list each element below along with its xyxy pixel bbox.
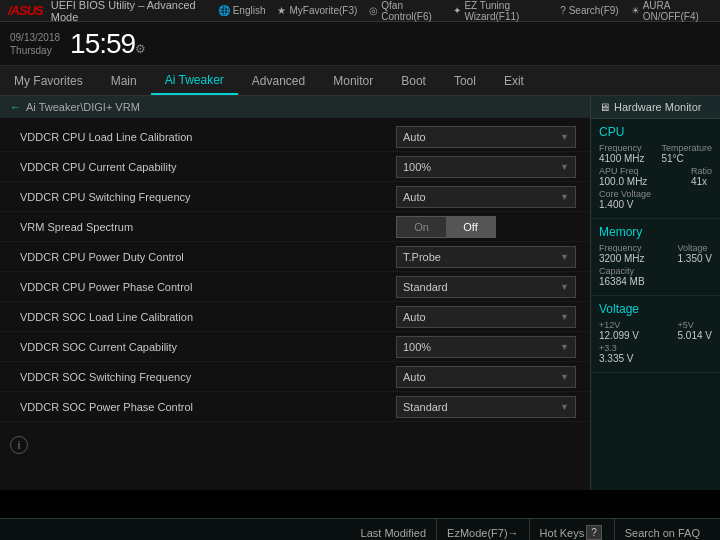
setting-label-7: VDDCR SOC Current Capability	[20, 341, 396, 353]
nav-ai-tweaker[interactable]: Ai Tweaker	[151, 66, 238, 95]
main-content: ← Ai Tweaker\DIGI+ VRM VDDCR CPU Load Li…	[0, 96, 720, 490]
hw-value-capacity: 16384 MB	[599, 276, 645, 287]
dropdown-arrow-8: ▼	[560, 372, 569, 382]
dropdown-9[interactable]: Standard ▼	[396, 396, 576, 418]
hw-section-title-memory: Memory	[599, 223, 712, 239]
dropdown-arrow-9: ▼	[560, 402, 569, 412]
top-bar-eztuning[interactable]: ✦ EZ Tuning Wizard(F11)	[453, 0, 548, 22]
toggle-on-3[interactable]: On	[397, 217, 446, 237]
search-icon: ?	[560, 5, 566, 16]
hw-value-freq: 4100 MHz	[599, 153, 645, 164]
setting-control-2: Auto ▼	[396, 186, 576, 208]
wand-icon: ✦	[453, 5, 461, 16]
setting-control-5: Standard ▼	[396, 276, 576, 298]
hw-row-cpu-0: Frequency 4100 MHz Temperature 51°C	[599, 143, 712, 164]
hw-row-cpu-1: APU Freq 100.0 MHz Ratio 41x	[599, 166, 712, 187]
nav-monitor[interactable]: Monitor	[319, 66, 387, 95]
setting-row-vddcr-soc-load: VDDCR SOC Load Line Calibration Auto ▼	[0, 302, 590, 332]
dropdown-arrow-1: ▼	[560, 162, 569, 172]
setting-row-vddcr-cpu-switching: VDDCR CPU Switching Frequency Auto ▼	[0, 182, 590, 212]
nav-bar: My Favorites Main Ai Tweaker Advanced Mo…	[0, 66, 720, 96]
hw-monitor-title: 🖥 Hardware Monitor	[591, 96, 720, 119]
setting-label-2: VDDCR CPU Switching Frequency	[20, 191, 396, 203]
hw-label-memvolt: Voltage	[678, 243, 712, 253]
hw-section-cpu: CPU Frequency 4100 MHz Temperature 51°C …	[591, 119, 720, 219]
asus-logo: /ASUS	[8, 3, 43, 18]
nav-main[interactable]: Main	[97, 66, 151, 95]
setting-label-1: VDDCR CPU Current Capability	[20, 161, 396, 173]
nav-advanced[interactable]: Advanced	[238, 66, 319, 95]
dropdown-1[interactable]: 100% ▼	[396, 156, 576, 178]
toggle-off-3[interactable]: Off	[446, 217, 495, 237]
setting-control-8: Auto ▼	[396, 366, 576, 388]
right-panel: 🖥 Hardware Monitor CPU Frequency 4100 MH…	[590, 96, 720, 490]
dropdown-arrow-5: ▼	[560, 282, 569, 292]
setting-label-5: VDDCR CPU Power Phase Control	[20, 281, 396, 293]
setting-row-vddcr-cpu-phase: VDDCR CPU Power Phase Control Standard ▼	[0, 272, 590, 302]
bottom-search-faq[interactable]: Search on FAQ	[615, 519, 710, 540]
setting-label-3: VRM Spread Spectrum	[20, 221, 396, 233]
info-button[interactable]: i	[10, 436, 28, 454]
top-bar-myfavorite[interactable]: ★ MyFavorite(F3)	[277, 0, 357, 22]
day-value: Thursday	[10, 44, 60, 57]
dropdown-5[interactable]: Standard ▼	[396, 276, 576, 298]
hw-value-memfreq: 3200 MHz	[599, 253, 645, 264]
dropdown-4[interactable]: T.Probe ▼	[396, 246, 576, 268]
date-section: 09/13/2018 Thursday	[10, 31, 60, 57]
bottom-hotkeys[interactable]: Hot Keys ?	[530, 519, 615, 540]
nav-boot[interactable]: Boot	[387, 66, 440, 95]
top-bar-qfan[interactable]: ◎ Qfan Control(F6)	[369, 0, 441, 22]
dropdown-0[interactable]: Auto ▼	[396, 126, 576, 148]
breadcrumb: ← Ai Tweaker\DIGI+ VRM	[0, 96, 590, 118]
dropdown-8[interactable]: Auto ▼	[396, 366, 576, 388]
top-bar-english[interactable]: 🌐 English	[218, 0, 266, 22]
setting-control-4: T.Probe ▼	[396, 246, 576, 268]
hw-label-freq: Frequency	[599, 143, 645, 153]
setting-control-6: Auto ▼	[396, 306, 576, 328]
dropdown-arrow-2: ▼	[560, 192, 569, 202]
setting-control-7: 100% ▼	[396, 336, 576, 358]
nav-exit[interactable]: Exit	[490, 66, 538, 95]
setting-control-9: Standard ▼	[396, 396, 576, 418]
hw-value-5v: 5.014 V	[678, 330, 712, 341]
gear-icon[interactable]: ⚙	[135, 42, 145, 56]
hw-section-voltage: Voltage +12V 12.099 V +5V 5.014 V +3.3 3…	[591, 296, 720, 373]
setting-row-vddcr-cpu-load: VDDCR CPU Load Line Calibration Auto ▼	[0, 122, 590, 152]
dropdown-arrow-0: ▼	[560, 132, 569, 142]
setting-row-vddcr-soc-phase: VDDCR SOC Power Phase Control Standard ▼	[0, 392, 590, 422]
bios-title: UEFI BIOS Utility – Advanced Mode	[51, 0, 210, 23]
dropdown-arrow-6: ▼	[560, 312, 569, 322]
left-panel: ← Ai Tweaker\DIGI+ VRM VDDCR CPU Load Li…	[0, 96, 590, 490]
fan-icon: ◎	[369, 5, 378, 16]
hw-value-corevolt: 1.400 V	[599, 199, 651, 210]
setting-control-3: On Off	[396, 216, 576, 238]
setting-label-8: VDDCR SOC Switching Frequency	[20, 371, 396, 383]
bottom-ezmode[interactable]: EzMode(F7)→	[437, 519, 530, 540]
setting-row-vddcr-cpu-duty: VDDCR CPU Power Duty Control T.Probe ▼	[0, 242, 590, 272]
hw-section-title-cpu: CPU	[599, 123, 712, 139]
nav-tool[interactable]: Tool	[440, 66, 490, 95]
top-bar-search[interactable]: ? Search(F9)	[560, 0, 619, 22]
dropdown-2[interactable]: Auto ▼	[396, 186, 576, 208]
setting-label-4: VDDCR CPU Power Duty Control	[20, 251, 396, 263]
bottom-last-modified: Last Modified	[351, 519, 437, 540]
hw-label-5v: +5V	[678, 320, 712, 330]
hw-value-temp: 51°C	[661, 153, 712, 164]
date-value: 09/13/2018	[10, 31, 60, 44]
hw-label-apufreq: APU Freq	[599, 166, 647, 176]
back-arrow[interactable]: ←	[10, 101, 21, 113]
top-bar-aura[interactable]: ☀ AURA ON/OFF(F4)	[631, 0, 712, 22]
dropdown-arrow-4: ▼	[560, 252, 569, 262]
dropdown-7[interactable]: 100% ▼	[396, 336, 576, 358]
time-bar: 09/13/2018 Thursday 15:59⚙	[0, 22, 720, 66]
hw-value-33v: 3.335 V	[599, 353, 633, 364]
settings-list: VDDCR CPU Load Line Calibration Auto ▼ V…	[0, 118, 590, 426]
hw-label-corevolt: Core Voltage	[599, 189, 651, 199]
setting-row-vddcr-soc-switching: VDDCR SOC Switching Frequency Auto ▼	[0, 362, 590, 392]
dropdown-6[interactable]: Auto ▼	[396, 306, 576, 328]
hotkeys-badge: ?	[586, 525, 602, 540]
hw-value-apufreq: 100.0 MHz	[599, 176, 647, 187]
nav-my-favorites[interactable]: My Favorites	[0, 66, 97, 95]
hw-label-memfreq: Frequency	[599, 243, 645, 253]
top-bar-right: 🌐 English ★ MyFavorite(F3) ◎ Qfan Contro…	[218, 0, 712, 22]
